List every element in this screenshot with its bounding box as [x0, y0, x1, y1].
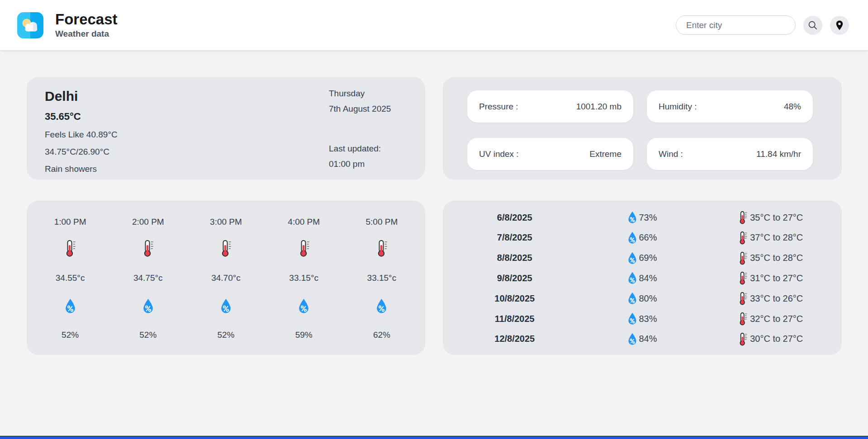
hour-time: 4:00 PM [288, 217, 320, 227]
metrics-card: Pressure : 1001.20 mb Humidity : 48% UV … [443, 77, 842, 180]
pressure-box: Pressure : 1001.20 mb [467, 90, 633, 123]
daily-humidity: 84% [587, 333, 698, 345]
hour-temperature: 34.55°c [56, 273, 85, 283]
daily-range-value: 35°C to 28°C [750, 253, 803, 263]
daily-humidity: 73% [587, 211, 698, 224]
humidity-droplet-icon [627, 312, 637, 325]
humidity-droplet-icon [627, 211, 637, 224]
uv-index-value: Extreme [589, 149, 621, 159]
daily-humidity-value: 84% [639, 273, 657, 283]
app-title-block: Forecast Weather data [55, 11, 118, 39]
hour-temperature: 33.15°c [367, 273, 397, 283]
thermometer-icon [140, 240, 156, 257]
hour-temperature: 33.15°c [289, 273, 318, 283]
humidity-droplet-icon [298, 298, 310, 314]
thermometer-icon [737, 332, 749, 346]
daily-date: 10/8/2025 [443, 293, 587, 304]
daily-temperature-range: 30°C to 27°C [698, 332, 842, 346]
humidity-droplet-icon [220, 298, 232, 314]
daily-date: 7/8/2025 [443, 232, 587, 243]
daily-row: 11/8/2025 83% 32°C to 27°C [443, 312, 842, 326]
humidity-droplet-icon [627, 333, 637, 345]
daily-range-value: 37°C to 28°C [750, 232, 803, 243]
thermometer-icon [737, 271, 749, 285]
humidity-droplet-icon [64, 298, 76, 314]
daily-humidity-value: 69% [639, 253, 657, 263]
daily-humidity-value: 83% [639, 314, 657, 324]
hour-humidity: 62% [373, 330, 390, 340]
last-updated-label: Last updated: [329, 144, 408, 154]
daily-range-value: 31°C to 27°C [750, 273, 803, 283]
weather-condition: Rain showers [45, 164, 118, 174]
hour-time: 2:00 PM [132, 217, 164, 227]
wind-value: 11.84 km/hr [756, 149, 801, 159]
thermometer-icon [737, 312, 749, 326]
daily-temperature-range: 33°C to 26°C [698, 292, 842, 305]
daily-date: 8/8/2025 [443, 253, 587, 263]
full-date: 7th August 2025 [329, 104, 408, 114]
daily-humidity-value: 80% [639, 293, 657, 304]
daily-temperature-range: 31°C to 27°C [698, 271, 842, 285]
daily-row: 7/8/2025 66% 37°C to 28°C [443, 231, 842, 245]
search-button[interactable] [803, 16, 822, 35]
daily-humidity: 80% [587, 292, 698, 305]
last-updated-time: 01:00 pm [329, 159, 408, 169]
hourly-forecast-card: 1:00 PM 34.55°c [27, 201, 425, 355]
daily-row: 12/8/2025 84% 30°C to 27°C [443, 332, 842, 346]
weekday: Thursday [329, 89, 408, 99]
pressure-label: Pressure : [479, 102, 518, 112]
thermometer-icon [737, 211, 749, 224]
humidity-droplet-icon [375, 298, 388, 314]
daily-humidity: 83% [587, 312, 698, 325]
current-weather-left: Delhi 35.65°C Feels Like 40.89°C 34.75°C… [45, 89, 118, 169]
hourly-column: 5:00 PM 33.15°c [343, 217, 421, 355]
wind-box: Wind : 11.84 km/hr [647, 138, 813, 170]
city-name: Delhi [45, 89, 118, 104]
hour-time: 3:00 PM [210, 217, 242, 227]
daily-date: 9/8/2025 [443, 273, 587, 283]
search-icon [807, 20, 818, 31]
daily-date: 12/8/2025 [443, 334, 587, 344]
uv-index-label: UV index : [479, 149, 519, 159]
humidity-droplet-icon [627, 252, 637, 264]
hourly-column: 2:00 PM 34.75°c [109, 217, 187, 355]
high-low-temperature: 34.75°C/26.90°C [45, 147, 118, 157]
footer-accent-bar [0, 436, 868, 439]
hour-humidity: 52% [139, 330, 157, 340]
hourly-column: 3:00 PM 34.70°c [187, 217, 265, 355]
thermometer-icon [374, 240, 389, 257]
thermometer-icon [296, 240, 312, 257]
search-input[interactable] [676, 15, 796, 35]
thermometer-icon [737, 231, 749, 245]
hour-temperature: 34.75°c [133, 273, 163, 283]
hourly-column: 1:00 PM 34.55°c [31, 217, 109, 355]
hour-humidity: 52% [217, 330, 234, 340]
daily-range-value: 33°C to 26°C [750, 293, 803, 304]
daily-range-value: 32°C to 27°C [750, 314, 803, 324]
main-content: Delhi 35.65°C Feels Like 40.89°C 34.75°C… [0, 50, 868, 355]
daily-row: 9/8/2025 84% 31°C to 27°C [443, 271, 842, 285]
daily-row: 10/8/2025 80% 33°C to 26°C [443, 292, 842, 305]
current-temperature: 35.65°C [45, 111, 118, 123]
thermometer-icon [737, 292, 749, 305]
thermometer-icon [62, 240, 78, 257]
humidity-box: Humidity : 48% [647, 90, 813, 123]
thermometer-icon [737, 251, 749, 265]
location-pin-icon [834, 20, 845, 31]
daily-humidity: 66% [587, 231, 698, 244]
humidity-droplet-icon [627, 231, 637, 244]
current-location-button[interactable] [830, 16, 849, 35]
humidity-value: 48% [784, 102, 801, 112]
hourly-column: 4:00 PM 33.15°c [265, 217, 343, 355]
daily-range-value: 30°C to 27°C [750, 334, 803, 344]
daily-humidity-value: 73% [639, 212, 657, 223]
daily-temperature-range: 35°C to 28°C [698, 251, 842, 265]
current-weather-right: Thursday 7th August 2025 Last updated: 0… [329, 89, 408, 169]
daily-date: 6/8/2025 [443, 212, 587, 223]
app-header: Forecast Weather data [0, 0, 868, 50]
thermometer-icon [218, 240, 233, 257]
humidity-droplet-icon [627, 272, 637, 284]
bottom-row: 1:00 PM 34.55°c [27, 201, 842, 355]
daily-humidity: 84% [587, 272, 698, 284]
daily-forecast-card: 6/8/2025 73% 35°C to 27°C 7/8/2025 [443, 201, 842, 355]
